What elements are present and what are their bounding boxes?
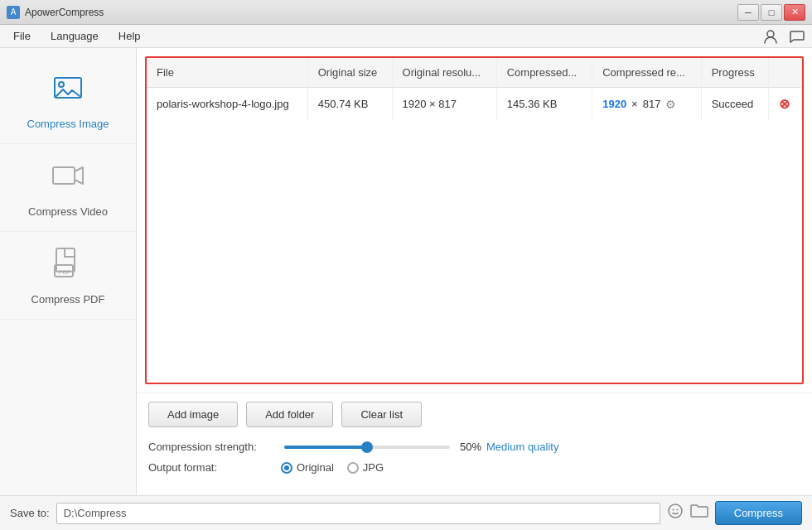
slider-fill	[284, 446, 367, 449]
sidebar-item-compress-video[interactable]: Compress Video	[0, 144, 136, 232]
menu-language[interactable]: Language	[41, 26, 109, 46]
user-icon[interactable]	[759, 27, 782, 46]
close-button[interactable]: ✕	[784, 4, 805, 21]
status-bar: Save to: Compress	[0, 495, 812, 530]
col-original-resolution: Original resolu...	[392, 58, 496, 88]
svg-rect-3	[53, 167, 75, 184]
output-format-label: Output format:	[148, 461, 281, 474]
col-progress: Progress	[701, 58, 768, 88]
menu-help[interactable]: Help	[109, 26, 151, 46]
output-format-row: Output format: Original JPG	[148, 461, 800, 474]
cell-file: polaris-workshop-4-logo.jpg	[147, 88, 307, 121]
svg-point-0	[767, 31, 774, 37]
progress-status: Succeed	[712, 98, 754, 110]
compress-image-icon	[50, 70, 86, 113]
menu-right-icons	[759, 27, 809, 46]
radio-group: Original JPG	[281, 461, 384, 474]
app-title: ApowerCompress	[25, 7, 737, 18]
clear-list-button[interactable]: Clear list	[341, 402, 422, 427]
radio-original-label: Original	[297, 461, 334, 474]
sidebar: Compress Image Compress Video PDF Com	[0, 48, 137, 495]
maximize-button[interactable]: □	[761, 4, 782, 21]
main-area: Compress Image Compress Video PDF Com	[0, 48, 812, 495]
compressed-res-x: ×	[631, 98, 638, 110]
slider-thumb[interactable]	[361, 441, 373, 453]
chat-icon[interactable]	[785, 27, 809, 46]
sidebar-item-compress-image[interactable]: Compress Image	[0, 56, 136, 144]
slider-percent: 50%	[460, 441, 481, 453]
app-icon: A	[7, 6, 20, 19]
cell-original-size: 450.74 KB	[307, 88, 392, 121]
radio-jpg-circle	[347, 462, 359, 474]
col-file: File	[147, 58, 307, 88]
cell-progress: Succeed	[701, 88, 768, 121]
compressed-res-normal: 817	[643, 98, 661, 110]
svg-point-8	[672, 509, 674, 511]
content-area: File Original size Original resolu... Co…	[137, 48, 812, 495]
compress-button[interactable]: Compress	[715, 501, 802, 525]
compress-image-label: Compress Image	[27, 118, 109, 130]
radio-original-circle	[281, 462, 292, 474]
compression-strength-row: Compression strength: 50% Medium quality	[148, 441, 800, 453]
remove-row-button[interactable]: ⊗	[779, 97, 790, 111]
cell-original-resolution: 1920 × 817	[392, 88, 496, 121]
save-path-input[interactable]	[56, 503, 660, 524]
minimize-button[interactable]: ─	[737, 4, 759, 21]
compressed-res-bold: 1920	[602, 98, 626, 110]
menu-file[interactable]: File	[3, 26, 41, 46]
radio-jpg-label: JPG	[363, 461, 384, 474]
save-to-label: Save to:	[10, 507, 50, 519]
svg-point-7	[669, 504, 682, 518]
col-compressed-resolution: Compressed re...	[592, 58, 701, 88]
add-folder-button[interactable]: Add folder	[246, 402, 333, 427]
col-actions	[768, 58, 801, 88]
file-table: File Original size Original resolu... Co…	[147, 58, 802, 120]
cell-remove: ⊗	[768, 88, 801, 121]
title-bar-buttons: ─ □ ✕	[737, 4, 805, 21]
slider-quality: Medium quality	[486, 441, 558, 453]
radio-original[interactable]: Original	[281, 461, 334, 474]
cell-compressed-size: 145.36 KB	[496, 88, 592, 121]
col-compressed-size: Compressed...	[496, 58, 592, 88]
cell-compressed-resolution: 1920 × 817 ⚙	[592, 88, 701, 121]
compress-pdf-icon: PDF	[50, 245, 86, 288]
col-original-size: Original size	[307, 58, 392, 88]
compression-strength-label: Compression strength:	[148, 441, 281, 453]
action-buttons: Add image Add folder Clear list	[148, 402, 800, 427]
emoji-icon[interactable]	[667, 503, 684, 523]
svg-point-9	[676, 509, 678, 511]
compress-pdf-label: Compress PDF	[31, 293, 105, 306]
table-row: polaris-workshop-4-logo.jpg 450.74 KB 19…	[147, 88, 802, 121]
folder-icon[interactable]	[690, 503, 708, 523]
add-image-button[interactable]: Add image	[148, 402, 238, 427]
compress-video-label: Compress Video	[28, 205, 108, 218]
sidebar-item-compress-pdf[interactable]: PDF Compress PDF	[0, 232, 136, 320]
compression-slider[interactable]	[284, 446, 450, 449]
file-table-wrapper: File Original size Original resolu... Co…	[145, 56, 804, 384]
svg-point-2	[59, 82, 64, 87]
svg-text:PDF: PDF	[59, 269, 70, 275]
radio-jpg[interactable]: JPG	[347, 461, 384, 474]
menu-bar: File Language Help	[0, 25, 812, 48]
settings-icon[interactable]: ⚙	[665, 98, 676, 111]
bottom-controls: Add image Add folder Clear list Compress…	[137, 393, 812, 495]
title-bar: A ApowerCompress ─ □ ✕	[0, 0, 812, 25]
compress-video-icon	[50, 157, 86, 200]
